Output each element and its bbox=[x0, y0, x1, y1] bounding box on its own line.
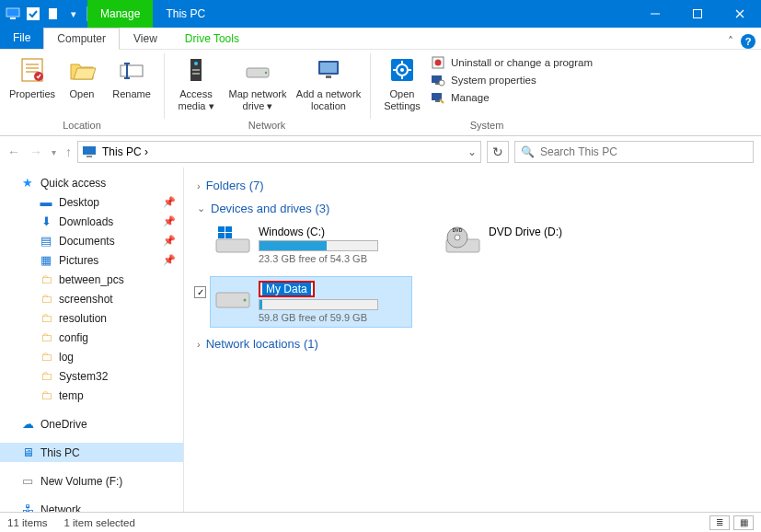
sidebar-onedrive[interactable]: ☁OneDrive bbox=[0, 414, 183, 434]
access-media-button[interactable]: Access media ▾ bbox=[169, 52, 223, 112]
open-settings-button[interactable]: Open Settings bbox=[375, 52, 429, 112]
qat-document-icon[interactable] bbox=[46, 6, 61, 21]
sidebar-system32[interactable]: 🗀System32 bbox=[0, 366, 183, 386]
group-header-devices[interactable]: ⌄ Devices and drives (3) bbox=[193, 198, 752, 221]
drive-c-name: Windows (C:) bbox=[259, 226, 408, 238]
sidebar-config[interactable]: 🗀config bbox=[0, 328, 183, 347]
file-tab[interactable]: File bbox=[0, 27, 43, 49]
star-icon: ★ bbox=[20, 176, 35, 191]
icons-view-button[interactable]: ▦ bbox=[733, 515, 754, 530]
sidebar-desktop[interactable]: ▬Desktop📌 bbox=[0, 192, 183, 212]
svg-rect-17 bbox=[192, 73, 200, 75]
open-button[interactable]: Open bbox=[61, 52, 103, 112]
group-label-system: System bbox=[470, 120, 504, 133]
svg-rect-21 bbox=[320, 63, 337, 73]
svg-point-15 bbox=[194, 62, 198, 65]
titlebar: ▾ Manage This PC bbox=[0, 0, 761, 28]
sidebar-network[interactable]: 🖧Network bbox=[0, 500, 183, 512]
group-header-folders[interactable]: › Folders (7) bbox=[193, 175, 752, 198]
map-network-drive-button[interactable]: Map network drive ▾ bbox=[225, 52, 291, 112]
maximize-button[interactable] bbox=[676, 0, 719, 28]
address-path: This PC › bbox=[102, 145, 148, 158]
ribbon: Properties Open Rename Location Access m… bbox=[0, 50, 761, 136]
svg-point-34 bbox=[439, 80, 444, 86]
navigation-bar: ← → ▾ ↑ This PC › ⌄ ↻ 🔍 bbox=[0, 136, 761, 168]
content-pane: › Folders (7) ⌄ Devices and drives (3) W… bbox=[184, 168, 761, 512]
ribbon-tabstrip: File Computer View Drive Tools ˄ ? bbox=[0, 28, 761, 50]
chevron-right-icon: › bbox=[197, 339, 201, 350]
svg-rect-36 bbox=[435, 100, 440, 102]
sidebar-downloads[interactable]: ⬇Downloads📌 bbox=[0, 212, 183, 231]
documents-icon: ▤ bbox=[39, 234, 53, 249]
svg-rect-3 bbox=[49, 8, 57, 19]
folder-icon: 🗀 bbox=[39, 369, 53, 384]
chevron-down-icon: ⌄ bbox=[197, 202, 205, 214]
svg-point-19 bbox=[265, 72, 267, 74]
sidebar-resolution[interactable]: 🗀resolution bbox=[0, 308, 183, 328]
status-selected-count: 1 item selected bbox=[63, 517, 134, 528]
svg-rect-38 bbox=[86, 156, 92, 157]
properties-button[interactable]: Properties bbox=[6, 52, 59, 112]
qat-dropdown-icon[interactable]: ▾ bbox=[66, 6, 81, 21]
rename-icon bbox=[117, 55, 146, 85]
search-input[interactable] bbox=[540, 145, 747, 158]
address-bar[interactable]: This PC › ⌄ bbox=[77, 141, 481, 163]
svg-point-31 bbox=[435, 60, 442, 66]
sidebar-this-pc[interactable]: 🖥This PC bbox=[0, 443, 183, 462]
svg-point-46 bbox=[455, 235, 460, 240]
pin-icon: 📌 bbox=[163, 215, 176, 227]
search-box[interactable]: 🔍 bbox=[514, 141, 754, 163]
app-icon bbox=[6, 6, 20, 21]
sidebar-pictures[interactable]: ▦Pictures📌 bbox=[0, 250, 183, 270]
computer-tab[interactable]: Computer bbox=[43, 28, 120, 50]
uninstall-program-button[interactable]: Uninstall or change a program bbox=[431, 55, 593, 70]
drive-my-data[interactable]: ✓ My Data 59.8 GB free of 59.9 GB bbox=[210, 276, 412, 328]
sidebar-screenshot[interactable]: 🗀screenshot bbox=[0, 289, 183, 308]
folder-icon: 🗀 bbox=[39, 311, 53, 326]
sidebar-new-volume[interactable]: ▭New Volume (F:) bbox=[0, 471, 183, 491]
up-button[interactable]: ↑ bbox=[65, 145, 72, 159]
ribbon-group-network: Access media ▾ Map network drive ▾ Add a… bbox=[164, 50, 370, 135]
add-network-location-button[interactable]: Add a network location bbox=[293, 52, 364, 112]
refresh-button[interactable]: ↻ bbox=[487, 141, 509, 163]
rename-button[interactable]: Rename bbox=[105, 52, 158, 112]
settings-gear-icon bbox=[387, 55, 417, 85]
system-properties-icon bbox=[431, 73, 445, 87]
open-folder-icon bbox=[67, 55, 97, 85]
sidebar-quick-access[interactable]: ★Quick access bbox=[0, 173, 183, 192]
view-tab[interactable]: View bbox=[120, 27, 171, 49]
help-icon[interactable]: ? bbox=[741, 34, 755, 49]
close-button[interactable] bbox=[719, 0, 761, 28]
drive-checkbox[interactable]: ✓ bbox=[194, 286, 206, 298]
svg-rect-39 bbox=[216, 239, 249, 252]
sidebar-temp[interactable]: 🗀temp bbox=[0, 386, 183, 405]
drive-tools-tab[interactable]: Drive Tools bbox=[171, 27, 253, 49]
manage-button[interactable]: Manage bbox=[431, 90, 593, 105]
drive-dvd-d[interactable]: DVD DVD Drive (D:) bbox=[440, 221, 642, 269]
address-dropdown-icon[interactable]: ⌄ bbox=[467, 145, 477, 158]
folder-icon: 🗀 bbox=[39, 330, 53, 345]
collapse-ribbon-icon[interactable]: ˄ bbox=[728, 35, 733, 48]
group-label-network: Network bbox=[248, 120, 285, 133]
window-title: This PC bbox=[153, 0, 218, 28]
forward-button[interactable]: → bbox=[29, 145, 42, 159]
svg-rect-41 bbox=[225, 226, 232, 232]
sidebar-documents[interactable]: ▤Documents📌 bbox=[0, 231, 183, 250]
group-header-network-locations[interactable]: › Network locations (1) bbox=[193, 333, 752, 356]
svg-rect-10 bbox=[121, 65, 143, 76]
contextual-tab-manage[interactable]: Manage bbox=[87, 0, 153, 28]
details-view-button[interactable]: ≣ bbox=[709, 515, 730, 530]
ribbon-group-system: Open Settings Uninstall or change a prog… bbox=[370, 50, 604, 135]
sidebar-between-pcs[interactable]: 🗀between_pcs bbox=[0, 270, 183, 289]
qat-checkbox-icon[interactable] bbox=[26, 6, 40, 21]
drive-rename-field[interactable]: My Data bbox=[259, 281, 408, 297]
network-monitor-icon bbox=[314, 55, 343, 85]
system-properties-button[interactable]: System properties bbox=[431, 73, 593, 87]
recent-locations-button[interactable]: ▾ bbox=[52, 147, 56, 157]
sidebar-log[interactable]: 🗀log bbox=[0, 347, 183, 366]
drive-windows-icon bbox=[214, 226, 251, 255]
svg-point-49 bbox=[244, 299, 247, 302]
back-button[interactable]: ← bbox=[7, 145, 20, 159]
minimize-button[interactable] bbox=[634, 0, 676, 28]
drive-windows-c[interactable]: Windows (C:) 23.3 GB free of 54.3 GB bbox=[210, 221, 412, 269]
